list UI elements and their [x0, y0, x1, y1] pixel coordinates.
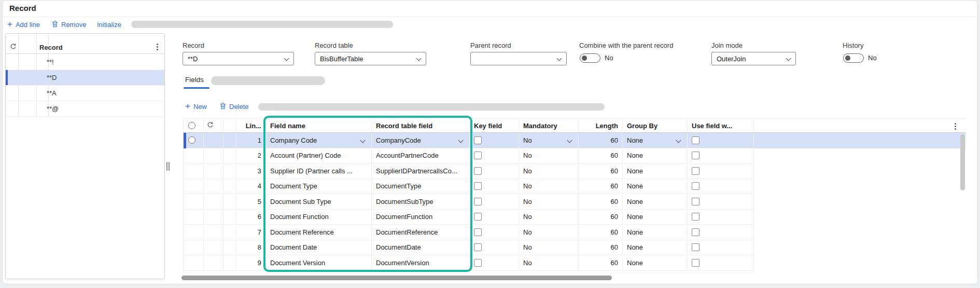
checkbox[interactable] — [692, 198, 699, 205]
length-cell[interactable]: 60 — [579, 194, 623, 210]
parent-record-combobox[interactable] — [470, 52, 567, 65]
column-header-length[interactable]: Length — [579, 119, 623, 132]
column-header-key-field[interactable]: Key field — [470, 119, 519, 132]
grid-row[interactable]: 4Document TypeDocumentTypeNo60None — [183, 179, 965, 195]
column-header-record-table-field[interactable]: Record table field — [372, 119, 470, 132]
record-table-field-cell[interactable]: DocumentDate — [372, 240, 470, 256]
use-field-cell[interactable] — [688, 225, 754, 240]
field-name-cell[interactable]: Document Version — [266, 255, 372, 271]
checkbox[interactable] — [692, 259, 699, 267]
row-select-cell[interactable] — [184, 255, 204, 271]
tab-fields[interactable]: Fields — [185, 76, 204, 84]
checkbox[interactable] — [474, 228, 482, 236]
checkbox[interactable] — [474, 136, 482, 144]
splitter-handle[interactable] — [166, 162, 170, 171]
use-field-cell[interactable] — [688, 255, 754, 271]
group-by-cell[interactable]: None — [623, 240, 688, 256]
group-by-cell[interactable]: None — [623, 179, 688, 195]
length-cell[interactable]: 60 — [579, 148, 623, 164]
length-cell[interactable]: 60 — [579, 133, 623, 148]
record-table-field-cell[interactable]: DocumentFunction — [372, 210, 470, 225]
key-field-cell[interactable] — [470, 194, 519, 210]
group-by-cell[interactable]: None — [623, 225, 688, 240]
mandatory-cell[interactable]: No — [519, 194, 579, 210]
checkbox[interactable] — [474, 259, 482, 267]
key-field-cell[interactable] — [470, 255, 519, 271]
add-line-button[interactable]: + Add line — [7, 19, 40, 30]
initialize-button[interactable]: Initialize — [97, 19, 121, 30]
join-mode-combobox[interactable]: OuterJoin — [711, 52, 796, 65]
checkbox[interactable] — [474, 198, 482, 205]
length-cell[interactable]: 60 — [579, 163, 623, 179]
row-select-cell[interactable] — [184, 194, 204, 210]
use-field-cell[interactable] — [688, 240, 754, 256]
grid-options-icon[interactable] — [954, 122, 957, 131]
record-list-item[interactable]: **! — [6, 54, 164, 70]
delete-button[interactable]: Delete — [220, 101, 249, 112]
grid-row[interactable]: 6Document FunctionDocumentFunctionNo60No… — [183, 210, 965, 225]
column-header-field-name[interactable]: Field name — [266, 119, 372, 132]
checkbox[interactable] — [692, 152, 699, 159]
key-field-cell[interactable] — [470, 148, 519, 164]
record-table-field-cell[interactable]: SupplierIDPartnercallsCo... — [372, 163, 470, 179]
use-field-cell[interactable] — [688, 179, 754, 195]
length-cell[interactable]: 60 — [579, 225, 623, 240]
row-select-cell[interactable] — [184, 163, 204, 179]
remove-button[interactable]: Remove — [52, 19, 86, 30]
length-cell[interactable]: 60 — [579, 255, 623, 271]
combine-toggle[interactable] — [580, 53, 600, 63]
record-list-item[interactable]: **@ — [6, 101, 164, 117]
refresh-icon[interactable] — [10, 43, 17, 52]
key-field-cell[interactable] — [470, 210, 519, 225]
column-header-mandatory[interactable]: Mandatory — [519, 119, 579, 132]
use-field-cell[interactable] — [688, 194, 754, 210]
mandatory-cell[interactable]: No — [519, 163, 579, 179]
mandatory-cell[interactable]: No — [519, 179, 579, 195]
key-field-cell[interactable] — [470, 240, 519, 256]
checkbox[interactable] — [692, 167, 699, 175]
mandatory-cell[interactable]: No — [519, 133, 579, 148]
new-button[interactable]: + New — [185, 101, 207, 112]
key-field-cell[interactable] — [470, 225, 519, 240]
checkbox[interactable] — [474, 182, 482, 190]
grid-row[interactable]: 8Document DateDocumentDateNo60None — [183, 240, 965, 256]
record-table-field-cell[interactable]: DocumentReference — [372, 225, 470, 240]
length-cell[interactable]: 60 — [579, 179, 623, 195]
record-table-field-cell[interactable]: DocumentType — [372, 179, 470, 195]
length-cell[interactable]: 60 — [579, 240, 623, 256]
vertical-scrollbar[interactable] — [960, 134, 965, 190]
field-name-cell[interactable]: Document Function — [266, 210, 372, 225]
mandatory-cell[interactable]: No — [519, 225, 579, 240]
group-by-cell[interactable]: None — [623, 133, 688, 148]
checkbox[interactable] — [692, 182, 699, 190]
mandatory-cell[interactable]: No — [519, 210, 579, 225]
field-name-cell[interactable]: Account (Partner) Code — [266, 148, 372, 164]
checkbox[interactable] — [692, 213, 699, 221]
checkbox[interactable] — [474, 243, 482, 251]
grid-row[interactable]: 9Document VersionDocumentVersionNo60None — [183, 255, 965, 271]
use-field-cell[interactable] — [688, 133, 754, 148]
mandatory-cell[interactable]: No — [519, 255, 579, 271]
group-by-cell[interactable]: None — [623, 194, 688, 210]
row-select-cell[interactable] — [184, 225, 204, 240]
record-table-combobox[interactable]: BisBufferTable — [315, 52, 426, 65]
record-combobox[interactable]: **D — [183, 52, 294, 65]
refresh-header-cell[interactable] — [204, 119, 223, 132]
checkbox[interactable] — [474, 213, 482, 221]
checkbox[interactable] — [474, 152, 482, 159]
grid-row[interactable]: 2Account (Partner) CodeAccountPartnerCod… — [183, 148, 965, 164]
key-field-cell[interactable] — [470, 133, 519, 148]
select-all-radio[interactable] — [188, 122, 195, 129]
length-cell[interactable]: 60 — [579, 210, 623, 225]
group-by-cell[interactable]: None — [623, 148, 688, 164]
record-list-item[interactable]: **D — [6, 70, 164, 86]
record-column-header[interactable]: Record — [39, 44, 63, 51]
grid-row[interactable]: 5Document Sub TypeDocumentSubTypeNo60Non… — [183, 194, 965, 210]
column-options-icon[interactable] — [156, 43, 159, 51]
use-field-cell[interactable] — [688, 148, 754, 164]
column-header-use-field[interactable]: Use field w... — [688, 119, 754, 132]
field-name-cell[interactable]: Document Type — [266, 179, 372, 195]
checkbox[interactable] — [692, 228, 699, 236]
column-header-group-by[interactable]: Group By — [623, 119, 688, 132]
row-radio[interactable] — [188, 136, 195, 144]
